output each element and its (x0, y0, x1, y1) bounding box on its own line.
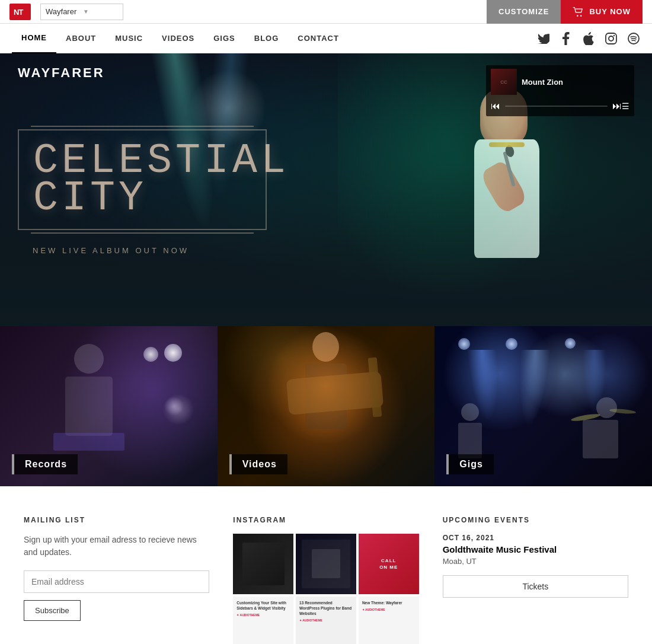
email-input[interactable] (24, 570, 209, 593)
top-bar: NT Wayfarer ▼ CUSTOMIZE BUY NOW (0, 0, 652, 24)
grid-item-videos[interactable]: Videos (218, 326, 435, 486)
site-name: Wayfarer (46, 7, 81, 16)
facebook-icon[interactable] (560, 32, 573, 45)
svg-point-6 (613, 34, 615, 36)
nav-home[interactable]: HOME (12, 24, 56, 53)
customize-button[interactable]: CUSTOMIZE (487, 0, 561, 24)
player-prev-button[interactable]: ⏮ (491, 101, 500, 111)
grid-item-records[interactable]: Records (0, 326, 218, 486)
grid-section: Records Videos (0, 326, 652, 486)
cart-icon (573, 7, 584, 17)
nav-about[interactable]: ABOUT (56, 24, 106, 53)
album-title: CELESTIALCITY (18, 129, 267, 230)
hero-section: WAYFARER CC Mount Zion ⏮ ⏭ ☰ CELESTIALCI… (0, 53, 652, 326)
instagram-thumb-3[interactable]: CALLON ME (359, 534, 419, 594)
nt-logo: NT (9, 4, 31, 20)
player-album-thumbnail: CC (491, 69, 517, 95)
subscribe-button[interactable]: Subscribe (24, 600, 81, 621)
event-item: OCT 16, 2021 Goldthwaite Music Festival … (443, 534, 628, 598)
album-subtitle: NEW LIVE ALBUM OUT NOW (33, 246, 189, 255)
events-section: UPCOMING EVENTS OCT 16, 2021 Goldthwaite… (443, 516, 628, 644)
svg-point-3 (580, 15, 582, 16)
nav-blog[interactable]: BLOG (245, 24, 289, 53)
instagram-thumb-4[interactable]: Customizing Your Site with Sidebars & Wi… (233, 597, 293, 644)
event-name: Goldthwaite Music Festival (443, 544, 628, 554)
album-logo: CELESTIALCITY (18, 129, 267, 230)
svg-point-2 (577, 15, 579, 16)
nav-videos[interactable]: VIDEOS (152, 24, 204, 53)
chevron-down-icon: ▼ (83, 8, 118, 15)
instagram-thumb-1[interactable] (233, 534, 293, 594)
instagram-thumb-2[interactable] (296, 534, 356, 594)
tickets-button[interactable]: Tickets (443, 575, 628, 598)
instagram-heading: INSTAGRAM (233, 516, 418, 524)
grid-item-gigs[interactable]: Gigs (434, 326, 652, 486)
player-progress-bar (505, 106, 608, 107)
player-track-name: Mount Zion (522, 78, 563, 87)
mailing-list-section: MAILING LIST Sign up with your email adr… (24, 516, 209, 644)
buy-now-label: BUY NOW (589, 7, 631, 16)
videos-label: Videos (229, 454, 287, 474)
buy-now-button[interactable]: BUY NOW (561, 0, 643, 24)
events-heading: UPCOMING EVENTS (443, 516, 628, 524)
instagram-thumb-5[interactable]: 13 Recommended WordPress Plugins for Ban… (296, 597, 356, 644)
site-selector[interactable]: Wayfarer ▼ (40, 4, 123, 20)
spotify-icon[interactable] (627, 32, 640, 45)
hero-band-name: WAYFARER (18, 65, 105, 81)
player-queue-button[interactable]: ☰ (622, 101, 629, 111)
music-player: CC Mount Zion ⏮ ⏭ ☰ (486, 65, 634, 116)
records-label: Records (12, 454, 78, 474)
twitter-icon[interactable] (537, 32, 550, 45)
nav-contact[interactable]: CONTACT (288, 24, 349, 53)
mailing-heading: MAILING LIST (24, 516, 209, 524)
nav-music[interactable]: MUSIC (106, 24, 152, 53)
svg-point-5 (609, 36, 613, 41)
player-track-info: CC Mount Zion (486, 65, 634, 98)
svg-rect-4 (606, 33, 616, 44)
nav-gigs[interactable]: GIGS (204, 24, 245, 53)
instagram-grid: CALLON ME Customizing Your Site with Sid… (233, 534, 418, 644)
nav-links: HOME ABOUT MUSIC VIDEOS GIGS BLOG CONTAC… (12, 24, 537, 53)
nav-bar: HOME ABOUT MUSIC VIDEOS GIGS BLOG CONTAC… (0, 24, 652, 53)
nav-social (537, 32, 640, 45)
player-controls: ⏮ ⏭ ☰ (486, 98, 634, 116)
instagram-thumb-6[interactable]: New Theme: Wayfarer ✦ AUDIOTHEME (359, 597, 419, 644)
event-location: Moab, UT (443, 557, 628, 566)
mailing-description: Sign up with your email adress to reciev… (24, 534, 209, 559)
instagram-icon[interactable] (605, 32, 618, 45)
event-date: OCT 16, 2021 (443, 534, 628, 542)
gigs-label: Gigs (446, 454, 494, 474)
svg-text:NT: NT (14, 8, 23, 17)
logo-container: NT (9, 4, 31, 20)
apple-icon[interactable] (582, 32, 595, 45)
instagram-section: INSTAGRAM CALLON ME (233, 516, 418, 644)
bottom-section: MAILING LIST Sign up with your email adr… (0, 486, 652, 644)
player-next-button[interactable]: ⏭ (612, 101, 622, 111)
